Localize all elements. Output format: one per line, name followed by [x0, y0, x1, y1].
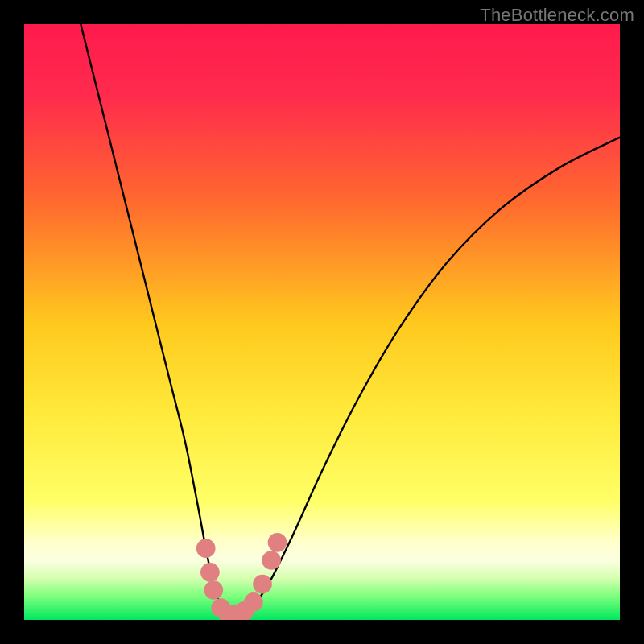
- highlight-dot: [244, 592, 263, 612]
- plot-svg: [24, 24, 620, 620]
- chart-frame: TheBottleneck.com: [0, 0, 644, 644]
- highlight-dot: [200, 563, 220, 582]
- highlight-dot: [262, 551, 281, 570]
- highlight-dot: [196, 539, 216, 558]
- watermark-text: TheBottleneck.com: [480, 5, 634, 26]
- highlight-dot: [268, 533, 287, 552]
- highlight-dot: [204, 580, 223, 600]
- plot-area: [24, 24, 620, 620]
- gradient-background: [24, 24, 620, 620]
- highlight-dot: [253, 575, 272, 594]
